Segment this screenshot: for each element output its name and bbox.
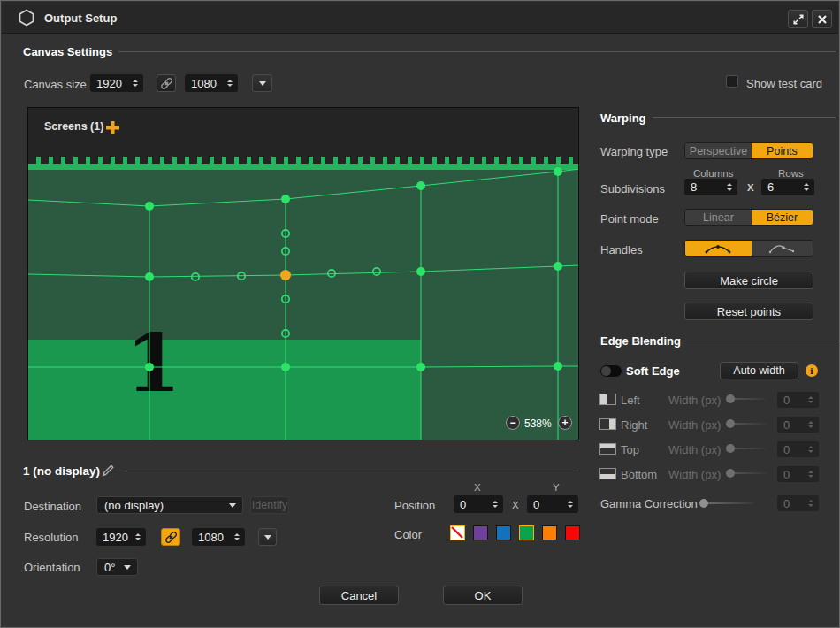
zoom-in-button[interactable]: + (558, 416, 572, 430)
auto-width-button[interactable]: Auto width (720, 362, 798, 379)
left-width-slider[interactable] (726, 394, 768, 403)
warp-point[interactable] (281, 363, 290, 371)
warping-type-points[interactable]: Points (752, 143, 813, 158)
right-width-spinner[interactable]: 0 (777, 417, 819, 433)
columns-arrows[interactable] (727, 179, 732, 195)
bezier-handle[interactable] (328, 270, 335, 277)
left-width-arrows[interactable] (808, 392, 813, 408)
warp-point[interactable] (145, 272, 154, 281)
chevron-down-icon (264, 535, 271, 540)
rows-label: Rows (778, 168, 804, 179)
left-width-label: Width (px) (668, 394, 721, 407)
bezier-handle[interactable] (373, 268, 380, 275)
point-mode-linear[interactable]: Linear (685, 210, 752, 225)
resolution-width-spinner[interactable]: 1920 (96, 528, 146, 546)
warp-point[interactable] (554, 362, 562, 371)
canvas-width-value: 1920 (96, 74, 122, 92)
titlebar: Output Setup (2, 2, 838, 34)
canvas-width-spinner[interactable]: 1920 (90, 74, 143, 92)
destination-dropdown[interactable]: (no display) (96, 496, 243, 514)
screen-section-divider (125, 471, 579, 471)
warp-row-line (28, 169, 579, 206)
rows-spinner[interactable]: 6 (761, 179, 814, 195)
screens-canvas-viewport[interactable]: Screens (1) 1 − 538% + (27, 107, 579, 440)
zoom-out-button[interactable]: − (506, 416, 520, 430)
show-test-card-checkbox[interactable] (726, 75, 738, 88)
canvas-settings-header: Canvas Settings (23, 45, 112, 58)
close-icon (818, 15, 827, 24)
resolution-presets-button[interactable] (258, 528, 277, 546)
gamma-correction-slider[interactable] (699, 499, 754, 508)
warp-point[interactable] (554, 167, 562, 176)
warp-row-line (28, 265, 579, 277)
warp-point[interactable] (416, 363, 425, 371)
warp-row-line (28, 366, 579, 367)
top-width-arrows[interactable] (808, 441, 813, 457)
gamma-arrows[interactable] (808, 495, 813, 511)
color-swatch-orange[interactable] (542, 525, 557, 540)
chevron-down-icon (124, 565, 131, 570)
right-width-arrows[interactable] (808, 417, 813, 433)
color-swatch-blue[interactable] (496, 525, 511, 540)
columns-spinner[interactable]: 8 (684, 179, 737, 195)
canvas-size-presets-button[interactable] (252, 74, 272, 92)
warp-point[interactable] (554, 262, 562, 271)
gamma-correction-label: Gamma Correction (600, 497, 698, 510)
resolution-height-spinner[interactable]: 1080 (192, 528, 245, 546)
rows-arrows[interactable] (804, 179, 809, 195)
canvas-height-spinner[interactable]: 1080 (185, 74, 238, 92)
position-x-arrows[interactable] (493, 495, 498, 513)
gamma-correction-spinner[interactable]: 0 (777, 495, 819, 511)
canvas-size-link-button[interactable] (157, 74, 176, 92)
warp-point[interactable] (416, 267, 425, 276)
warping-type-toggle: Perspective Points (684, 142, 813, 159)
top-width-slider[interactable] (726, 444, 768, 453)
warp-point[interactable] (145, 363, 154, 371)
right-width-slider[interactable] (726, 419, 768, 428)
warping-type-perspective[interactable]: Perspective (685, 143, 752, 158)
canvas-width-arrows[interactable] (133, 74, 138, 92)
no-color-diagonal (451, 526, 463, 539)
right-edge-label: Right (621, 418, 647, 432)
reset-points-button[interactable]: Reset points (684, 303, 813, 320)
right-width-value: 0 (783, 417, 790, 433)
identify-button[interactable]: Identify (250, 496, 289, 514)
selected-warp-point[interactable] (280, 270, 291, 280)
make-circle-button[interactable]: Make circle (684, 272, 813, 289)
canvas-height-arrows[interactable] (227, 74, 233, 92)
warp-point[interactable] (281, 195, 290, 203)
color-swatch-purple[interactable] (473, 525, 488, 540)
position-x-spinner[interactable]: 0 (454, 495, 503, 513)
color-swatch-green[interactable] (519, 525, 534, 540)
color-swatch-red[interactable] (565, 525, 580, 540)
bottom-width-slider[interactable] (726, 469, 768, 478)
soft-edge-toggle[interactable] (600, 365, 622, 377)
handles-broken-button[interactable] (752, 241, 813, 256)
color-swatch-none[interactable] (450, 525, 465, 540)
edit-pencil-icon[interactable] (102, 463, 115, 477)
bottom-width-arrows[interactable] (808, 466, 813, 482)
resolution-link-button[interactable] (161, 528, 180, 546)
bottom-width-spinner[interactable]: 0 (777, 466, 819, 482)
resolution-height-arrows[interactable] (234, 528, 240, 546)
ok-button[interactable]: OK (443, 586, 523, 605)
point-mode-bezier[interactable]: Bézier (752, 210, 813, 225)
handles-smooth-button[interactable] (685, 241, 752, 256)
warp-point[interactable] (416, 181, 425, 190)
close-button[interactable] (812, 10, 832, 28)
maximize-button[interactable] (788, 10, 808, 28)
bezier-handle[interactable] (192, 273, 199, 280)
top-width-spinner[interactable]: 0 (777, 441, 819, 457)
cancel-button[interactable]: Cancel (319, 586, 399, 605)
warp-point[interactable] (145, 202, 154, 211)
position-label: Position (394, 499, 435, 512)
position-y-spinner[interactable]: 0 (527, 495, 578, 513)
bottom-width-value: 0 (783, 466, 790, 482)
position-y-arrows[interactable] (568, 495, 573, 513)
resolution-width-arrows[interactable] (135, 528, 141, 546)
orientation-dropdown[interactable]: 0° (96, 558, 138, 576)
info-icon[interactable]: i (806, 364, 818, 377)
left-width-spinner[interactable]: 0 (777, 392, 819, 408)
resolution-height-value: 1080 (198, 528, 224, 546)
destination-value: (no display) (104, 497, 164, 513)
